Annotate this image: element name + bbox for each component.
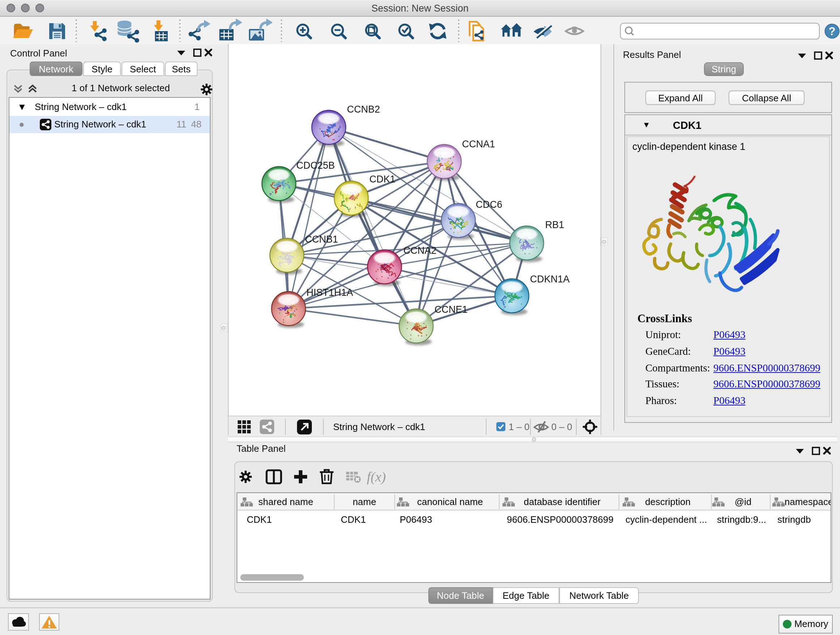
svg-text:9606.ENSP00000378699: 9606.ENSP00000378699 <box>507 514 614 525</box>
svg-text:name: name <box>353 496 376 507</box>
svg-text:CCNA2: CCNA2 <box>403 245 436 256</box>
svg-text:CDK1: CDK1 <box>369 174 395 185</box>
svg-text:CCNE1: CCNE1 <box>434 304 467 315</box>
svg-text:cyclin-dependent ...: cyclin-dependent ... <box>625 514 707 525</box>
svg-text:CDK1: CDK1 <box>341 514 366 525</box>
svg-text:stringdb: stringdb <box>777 514 811 525</box>
svg-text:RB1: RB1 <box>545 219 564 230</box>
svg-text:description: description <box>645 496 691 507</box>
svg-text:CDC6: CDC6 <box>475 199 502 210</box>
svg-text:String Network – cdk1: String Network – cdk1 <box>333 421 425 432</box>
svg-text:0 – 0: 0 – 0 <box>551 421 572 432</box>
svg-text:P06493: P06493 <box>400 514 432 525</box>
svg-text:namespace: namespace <box>785 496 831 507</box>
svg-text:f(x): f(x) <box>366 469 386 485</box>
svg-text:CDK1: CDK1 <box>247 514 272 525</box>
svg-text:CCNB1: CCNB1 <box>305 234 338 245</box>
svg-text:HIST1H1A: HIST1H1A <box>306 287 353 298</box>
svg-text:database identifier: database identifier <box>524 496 601 507</box>
svg-text:CDKN1A: CDKN1A <box>530 274 569 285</box>
svg-text:stringdb:9...: stringdb:9... <box>717 514 766 525</box>
svg-text:?: ? <box>829 25 836 38</box>
svg-text:CCNB2: CCNB2 <box>347 104 380 115</box>
svg-text:CCNA1: CCNA1 <box>462 139 495 149</box>
svg-text:shared name: shared name <box>258 496 313 507</box>
svg-text:@id: @id <box>735 496 752 507</box>
svg-text:canonical name: canonical name <box>417 496 483 507</box>
svg-text:1 – 0: 1 – 0 <box>508 421 529 432</box>
svg-text:CDC25B: CDC25B <box>296 160 335 171</box>
